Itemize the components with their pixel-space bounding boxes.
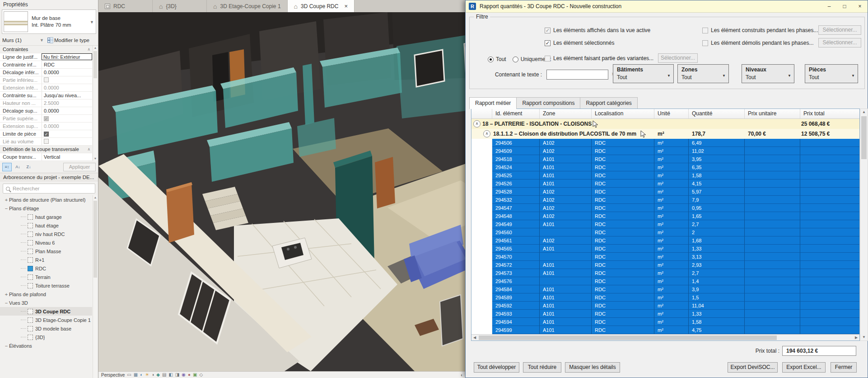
apply-button[interactable]: Appliquer [63, 163, 96, 171]
minimize-button[interactable]: – [821, 0, 837, 12]
close-dialog-button[interactable]: Fermer [831, 362, 857, 373]
visual-style-icon[interactable]: ◐ [140, 373, 143, 377]
table-row[interactable]: 294518A101RDCm²3,95 [471, 155, 859, 163]
table-row[interactable]: 294565A101RDCm²1,33 [471, 245, 859, 253]
table-row[interactable]: 294509A102RDCm²11,02 [471, 147, 859, 155]
checkbox-built-during-phases[interactable]: Les élément construits pendant les phase… [702, 27, 818, 33]
checkbox-selected-elements[interactable]: ✓ Les élément sélectionnés [545, 40, 614, 46]
view-tab-3d[interactable]: ⌂{3D} [153, 0, 207, 12]
group-row-18-1-1-2[interactable]: ∧ 18.1.1.2 – Cloison de distribution PLA… [471, 129, 859, 139]
checkbox-elements-in-active-view[interactable]: ✓ Les éléments affichés dans la vue acti… [545, 27, 650, 33]
close-icon[interactable]: × [344, 3, 348, 9]
analytical-model-icon[interactable]: ▣ [193, 373, 197, 377]
view-tab-3d-coupe-rdc[interactable]: ⌂3D Coupe RDC× [288, 0, 355, 12]
table-row[interactable]: 294592A101RDCm²11,04 [471, 302, 859, 310]
table-row[interactable]: 294599A101RDCm²4,75 [471, 326, 859, 334]
export-devisoc-button[interactable]: Export DeviSOC... [728, 362, 778, 373]
tree-expander-icon[interactable]: − [4, 206, 9, 211]
table-row[interactable]: 294594A101RDCm²1,58 [471, 318, 859, 326]
tree-item[interactable]: Niveau 6 [0, 238, 92, 247]
crop-region-icon[interactable]: ◧ [168, 373, 173, 377]
property-row[interactable]: Décalage infér...0.0000 [0, 69, 92, 76]
property-row[interactable]: Hauteur non ...2.5000 [0, 99, 92, 107]
status-collapse-arrow-icon[interactable]: ‹ [461, 372, 462, 378]
tree-item[interactable]: −Vues 3D [0, 298, 92, 307]
export-excel-button[interactable]: Export Excel... [782, 362, 826, 373]
collapse-group-icon[interactable]: ∧ [483, 130, 490, 137]
column-header[interactable]: Prix unitaire [745, 109, 800, 118]
property-value[interactable]: Jusqu'au nivea... [42, 92, 92, 99]
property-value[interactable]: Vertical [42, 153, 92, 161]
tree-item[interactable]: Toiture terrasse [0, 281, 92, 290]
expand-all-button[interactable]: Tout développer [474, 362, 519, 373]
tree-item[interactable]: RDC [0, 264, 92, 273]
edit-type-button[interactable]: Modifier le type [47, 38, 89, 43]
property-row[interactable]: Extension infé...0.0000 [0, 84, 92, 92]
tree-expander-icon[interactable]: − [4, 343, 9, 349]
view-tab-rdc[interactable]: RDC [98, 0, 153, 12]
tree-item[interactable]: 3D modele base [0, 324, 92, 333]
property-row[interactable]: Extension sup...0.0000 [0, 123, 92, 130]
property-value[interactable]: 0.0000 [42, 107, 92, 114]
table-row[interactable]: 294549A101RDCm²2,7 [471, 220, 859, 228]
tree-expander-icon[interactable]: − [4, 300, 9, 306]
locked-3d-view-icon[interactable]: ◨ [175, 373, 179, 377]
tree-item[interactable]: 3D Coupe RDC [0, 307, 92, 316]
table-row[interactable]: 294576RDCm²1,4 [471, 277, 859, 285]
sort-descending-button[interactable]: Z↓ [24, 163, 33, 171]
shadows-icon[interactable]: ◑ [151, 373, 154, 377]
property-row[interactable]: Ligne de justif...Nu fini: Extérieur [0, 53, 92, 61]
scroll-up-icon[interactable]: ▲ [93, 46, 98, 50]
group-row-lot-18[interactable]: ∧ 18 – PLATRERIE - ISOLATION - CLOISONS … [471, 119, 859, 129]
property-value[interactable]: ✓ [42, 130, 92, 137]
collapse-group-icon[interactable]: ∧ [473, 120, 481, 128]
column-header[interactable]: Prix total [800, 109, 860, 118]
property-row[interactable]: Lié au volume [0, 138, 92, 146]
reveal-hidden-icon[interactable]: ● [188, 373, 191, 377]
pieces-filter-dropdown[interactable]: PiècesTout▼ [805, 64, 858, 83]
tab-rapport-compositions[interactable]: Rapport compositions [516, 97, 580, 109]
tree-item[interactable]: haut garage [0, 213, 92, 221]
checkbox-demolished-during-phases[interactable]: Les élément démolis pendant les phases..… [702, 40, 813, 46]
tree-scrollbar[interactable]: ▲ ▼ [93, 195, 98, 378]
batiments-filter-dropdown[interactable]: BâtimentsTout▼ [613, 64, 674, 83]
scrollbar-thumb[interactable] [861, 116, 867, 159]
table-row[interactable]: 294526A101RDCm²4,15 [471, 180, 859, 188]
scrollbar-thumb[interactable] [93, 51, 97, 78]
table-row[interactable]: 294570RDCm²3,13 [471, 253, 859, 261]
type-selector[interactable]: Mur de base Int. Plâtre 70 mm ▼ [2, 9, 96, 34]
scroll-down-icon[interactable]: ▼ [93, 156, 98, 161]
table-row[interactable]: 294589A101RDCm²1,5 [471, 293, 859, 302]
table-row[interactable]: 294561A102RDCm²1,68 [471, 236, 859, 245]
close-icon[interactable]: × [852, 0, 868, 12]
checkbox-icon[interactable]: ✓ [44, 132, 49, 137]
table-row[interactable]: 294524A101RDCm²6,35 [471, 163, 859, 171]
table-row[interactable]: 294528A102RDCm²5,97 [471, 188, 859, 196]
property-row[interactable]: Partie supérie...✓ [0, 115, 92, 123]
property-row[interactable]: Coupe transv...Vertical [0, 153, 92, 161]
select-variants-button[interactable]: Sélectionner... [658, 53, 698, 63]
maximize-button[interactable]: □ [837, 0, 852, 12]
table-row[interactable]: 294572A101RDCm²2,93 [471, 261, 859, 269]
contains-text-input[interactable] [546, 70, 608, 80]
select-built-phases-button[interactable]: Sélectionner... [818, 25, 861, 35]
tree-item[interactable]: R+1 [0, 255, 92, 264]
property-row[interactable]: Partie inférieu... [0, 76, 92, 84]
horizontal-scrollbar[interactable]: ◀ ▶ [471, 334, 859, 340]
table-row[interactable]: 294593A101RDCm²1,33 [471, 310, 859, 318]
property-row[interactable]: Contrainte su...Jusqu'au nivea... [0, 92, 92, 99]
properties-scrollbar[interactable]: ▲ ▼ [93, 46, 98, 161]
property-section-header[interactable]: Contraintes∧ [0, 46, 92, 53]
tree-expander-icon[interactable]: + [4, 292, 9, 297]
property-value[interactable]: 0.0000 [42, 69, 92, 76]
table-row[interactable]: 294573A101RDCm²2,7 [471, 269, 859, 277]
select-demolished-phases-button[interactable]: Sélectionner... [818, 38, 861, 47]
column-header[interactable]: Zone [540, 109, 592, 118]
sort-ascending-button[interactable]: A↓ [13, 163, 23, 171]
table-row[interactable]: 294525A101RDCm²1,58 [471, 171, 859, 180]
tree-item[interactable]: +Plans de plafond [0, 290, 92, 298]
property-section-header[interactable]: Définition de la coupe transversale∧ [0, 146, 92, 153]
table-row[interactable]: 294506A102RDCm²6,49 [471, 139, 859, 147]
tree-item[interactable]: −Plans d'étage [0, 204, 92, 213]
crop-view-icon[interactable]: ▤ [162, 373, 166, 377]
